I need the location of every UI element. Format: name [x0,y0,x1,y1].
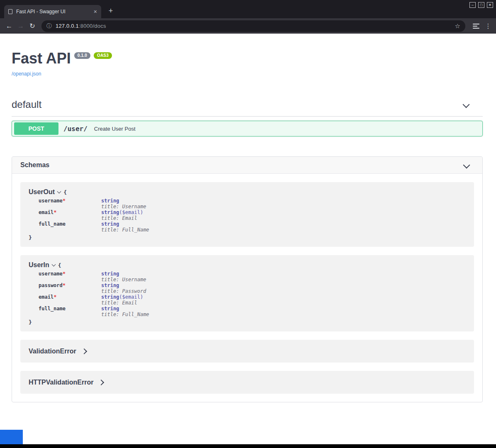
property-title: title: Password [101,288,146,294]
property-name: full_name [39,221,66,227]
desktop-strip [0,430,496,448]
models-list: UserOut { username* string title: Userna… [12,174,482,402]
model-properties: username* string title: Username passwor… [39,271,466,317]
property-name: password [39,282,63,288]
page-content: Fast API0.1.0OAS3 /openapi.json default … [0,34,496,430]
page-title: Fast API0.1.0OAS3 [12,51,483,66]
property-row: full_name string title: Full_Name [39,306,466,317]
open-brace: { [63,189,67,195]
chevron-down-icon [57,190,61,194]
model-userin: UserIn { username* string title: Usernam… [20,255,474,331]
site-info-icon[interactable]: ⓘ [46,22,52,30]
browser-toolbar: ← → ↻ ⓘ 127.0.0.1:8000/docs ☆ ⋮ [0,18,496,34]
model-title: ValidationError [29,348,76,355]
property-type: string [101,282,119,288]
openapi-link[interactable]: /openapi.json [12,71,41,77]
property-row: username* string title: Username [39,198,466,209]
tune-icon[interactable] [473,24,479,29]
property-name: full_name [39,306,66,312]
api-title-text: Fast API [12,50,71,67]
property-row: email* string($email) title: Email [39,209,466,221]
property-row: password* string title: Password [39,282,466,294]
opblock-post-user[interactable]: POST /user/ Create User Post [12,121,483,136]
window-maximize-button[interactable]: □ [478,2,484,8]
property-title: title: Email [101,215,143,221]
bookmark-star-icon[interactable]: ☆ [455,22,460,30]
window-close-button[interactable]: ✕ [487,2,493,8]
property-row: email* string($email) title: Email [39,294,466,306]
oas3-badge: OAS3 [94,52,112,59]
required-star: * [53,209,56,215]
schemas-title: Schemas [20,161,49,169]
property-type: string [101,271,119,277]
url-text: 127.0.0.1:8000/docs [56,23,106,29]
tab-close-icon[interactable]: × [94,9,97,15]
menu-dots-icon[interactable]: ⋮ [484,22,493,30]
property-format: ($email) [119,209,143,215]
operation-path: /user/ [63,125,88,133]
property-title: title: Email [101,300,143,306]
browser-tab[interactable]: Fast API - Swagger UI × [4,5,101,18]
property-name: email [39,209,53,215]
document-icon [8,9,12,14]
model-title: UserOut [29,188,55,196]
tab-title: Fast API - Swagger UI [16,9,91,15]
required-star: * [63,271,66,277]
property-title: title: Full_Name [101,227,149,233]
url-bar[interactable]: ⓘ 127.0.0.1:8000/docs ☆ [41,20,465,32]
new-tab-button[interactable]: + [105,6,116,17]
window-controls: – □ ✕ [469,2,493,8]
model-userout-toggle[interactable]: UserOut { [29,188,466,196]
back-button[interactable]: ← [3,20,15,32]
tag-section-default[interactable]: default [12,99,483,117]
desktop-black-bar [0,444,496,448]
url-path: :8000/docs [79,23,106,29]
chevron-right-icon [81,348,87,354]
property-type: string [101,209,119,215]
model-title: HTTPValidationError [29,379,93,386]
schemas-header[interactable]: Schemas [12,157,482,174]
model-validationerror[interactable]: ValidationError [20,340,474,363]
chevron-right-icon [98,379,104,385]
screen: – □ ✕ Fast API - Swagger UI × + ← → ↻ ⓘ … [0,0,496,448]
reload-button[interactable]: ↻ [27,20,38,32]
property-name: email [39,294,53,300]
model-title: UserIn [29,261,49,269]
property-type: string [101,221,119,227]
property-title: title: Full_Name [101,312,149,317]
required-star: * [63,282,66,288]
property-name: username [39,271,63,277]
model-userin-toggle[interactable]: UserIn { [29,261,466,269]
close-brace: } [29,234,466,241]
property-row: username* string title: Username [39,271,466,282]
property-title: title: Username [101,204,146,209]
chevron-down-icon[interactable] [463,101,470,108]
property-name: username [39,198,63,204]
property-type: string [101,294,119,300]
model-userout: UserOut { username* string title: Userna… [20,182,474,247]
property-row: full_name string title: Full_Name [39,221,466,233]
required-star: * [63,198,66,204]
forward-button[interactable]: → [15,20,27,32]
property-type: string [101,306,119,312]
property-format: ($email) [119,294,143,300]
version-badge: 0.1.0 [74,52,90,59]
property-title: title: Username [101,277,146,282]
model-properties: username* string title: Username email* … [39,198,466,233]
desktop-blue-block [0,430,23,444]
method-badge: POST [14,122,58,135]
tag-label: default [12,99,41,110]
model-httpvalidationerror[interactable]: HTTPValidationError [20,371,474,394]
schemas-section: Schemas UserOut { username* s [12,156,483,402]
chevron-down-icon[interactable] [463,162,470,169]
window-minimize-button[interactable]: – [469,2,476,8]
open-brace: { [58,262,61,268]
close-brace: } [29,319,466,325]
property-type: string [101,198,119,204]
operation-summary: Create User Post [94,126,136,132]
browser-titlebar: – □ ✕ Fast API - Swagger UI × + [0,0,496,18]
url-host: 127.0.0.1 [56,23,79,29]
chevron-down-icon [51,263,56,267]
required-star: * [53,294,56,300]
